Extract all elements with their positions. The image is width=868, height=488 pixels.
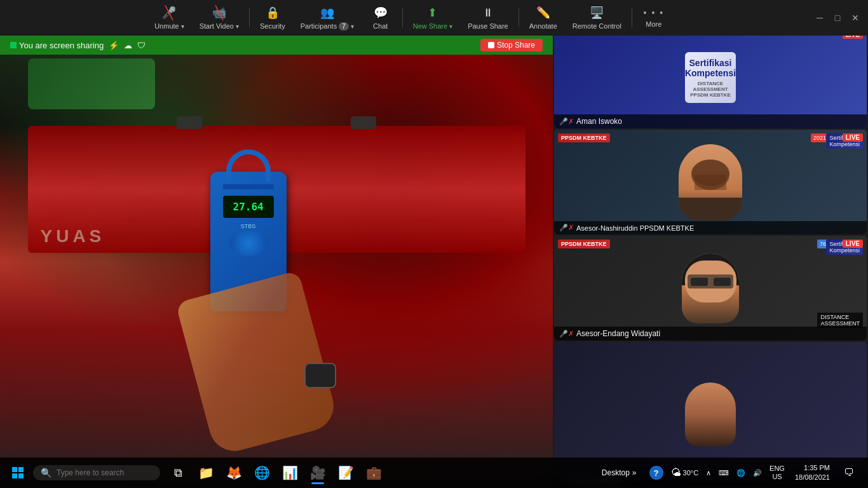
- word-icon: 📝: [338, 465, 354, 480]
- share-banner-text: You are screen sharing: [19, 41, 104, 50]
- share-cloud-icon: ☁: [124, 41, 132, 50]
- chrome-app[interactable]: 🌐: [249, 460, 275, 485]
- taskbar-search[interactable]: 🔍: [33, 465, 160, 480]
- maximize-button[interactable]: □: [831, 11, 844, 24]
- endang-glasses-left: [691, 278, 708, 286]
- start-video-button[interactable]: 📹 ╲ Start Video ▾: [192, 2, 247, 34]
- rizal-face-container: [685, 383, 736, 446]
- share-status-dot: [10, 42, 17, 48]
- aman-name: Aman Iswoko: [576, 117, 622, 126]
- main-video-area: YUAS 27.64 STBS: [0, 36, 553, 488]
- chat-button[interactable]: 💬 Chat: [362, 2, 400, 34]
- endang-glasses-right: [714, 278, 731, 286]
- chat-label: Chat: [373, 22, 388, 30]
- endang-face-container: [682, 254, 739, 323]
- security-icon: 🔒: [266, 6, 280, 20]
- nashiruddin-face: [679, 144, 742, 220]
- nashiruddin-eyes: [695, 175, 726, 190]
- ppsdm-badge-2: PPSDM KEBTKE: [558, 240, 610, 248]
- weather-widget[interactable]: 🌤 30°C: [668, 466, 702, 480]
- close-button[interactable]: ✕: [849, 11, 862, 24]
- notification-button[interactable]: 🗨: [837, 460, 860, 485]
- zoom-app[interactable]: 🎥: [305, 460, 330, 485]
- participant-tile-endang: PPSDM KEBTKE 76 SertifikasiKompetensi DI…: [554, 236, 867, 341]
- unknown-app[interactable]: 💼: [361, 460, 386, 485]
- security-button[interactable]: 🔒 Security: [252, 2, 293, 34]
- unmute-label: Unmute: [154, 22, 179, 30]
- participants-button[interactable]: 👥 Participants 7 ▾: [293, 2, 362, 34]
- share-banner: You are screen sharing ⚡ ☁ 🛡 Stop Share: [0, 36, 553, 55]
- right-panel: ▬: [553, 0, 868, 488]
- endang-video: PPSDM KEBTKE 76 SertifikasiKompetensi DI…: [554, 236, 867, 341]
- keyboard-icon-tray[interactable]: ⌨: [716, 468, 731, 478]
- svg-rect-14: [18, 467, 24, 472]
- network-button[interactable]: 🌐: [734, 468, 748, 478]
- chrome-icon: 🌐: [254, 465, 270, 480]
- endang-live-badge: LIVE: [843, 240, 863, 248]
- endang-face-inner: [685, 261, 736, 302]
- excel-app[interactable]: 📊: [277, 460, 302, 485]
- clock-widget[interactable]: 1:35 PM 18/08/2021: [790, 463, 835, 483]
- show-desktop-button[interactable]: Desktop »: [597, 468, 642, 477]
- firefox-app[interactable]: 🦊: [221, 460, 247, 485]
- pause-share-button[interactable]: ⏸ Pause Share: [460, 3, 516, 34]
- clamp-dial: [229, 231, 268, 256]
- endang-name: Asesor-Endang Widayati: [576, 329, 660, 338]
- weather-icon: 🌤: [671, 467, 681, 478]
- watch: [304, 363, 336, 388]
- clamp-connector: [223, 184, 274, 189]
- participants-panel: Sertifikasi Kompetensi DISTANCE ASSESSME…: [553, 25, 868, 488]
- separator-2: [402, 8, 403, 27]
- tray-expand-button[interactable]: ∧: [703, 468, 714, 478]
- security-label: Security: [260, 22, 285, 30]
- stop-share-icon: [488, 42, 494, 48]
- more-label: More: [646, 20, 661, 28]
- endang-face: [682, 254, 739, 323]
- unmute-chevron: ▾: [181, 23, 184, 30]
- participant-tile-nashiruddin: PPSDM KEBTKE 2021 SertifikasiKompetensi …: [554, 130, 867, 234]
- file-explorer-app[interactable]: 📁: [193, 460, 219, 485]
- volume-button[interactable]: 🔊: [750, 468, 764, 478]
- rizal-face: [685, 383, 736, 446]
- more-icon: • • •: [644, 8, 664, 18]
- main-video-content: YUAS 27.64 STBS: [0, 36, 553, 488]
- annotate-label: Annotate: [529, 22, 557, 30]
- more-button[interactable]: • • • More: [635, 4, 673, 32]
- separator-4: [632, 8, 632, 27]
- new-share-button[interactable]: ⬆ New Share ▾: [405, 2, 460, 34]
- green-machinery: [28, 58, 155, 109]
- remote-control-button[interactable]: 🖥️ Remote Control: [565, 2, 629, 34]
- battery-terminal-1: [177, 116, 202, 129]
- participants-chevron: ▾: [351, 23, 354, 30]
- new-share-chevron: ▾: [449, 23, 452, 30]
- word-app[interactable]: 📝: [333, 460, 358, 485]
- zoom-icon: 🎥: [310, 465, 326, 480]
- new-share-label: New Share: [413, 22, 447, 30]
- nashiruddin-name-bar: 🎤✗ Asesor-Nashiruddin PPSDM KEBTKE: [554, 221, 867, 234]
- pause-share-icon: ⏸: [482, 6, 494, 20]
- share-shield-icon: 🛡: [137, 41, 146, 50]
- battery-brand: YUAS: [41, 226, 105, 247]
- distance-badge: DISTANCEASSESSMENT: [817, 313, 863, 328]
- stop-share-button[interactable]: Stop Share: [480, 39, 543, 51]
- annotate-button[interactable]: ✏️ Annotate: [522, 2, 565, 34]
- nashiruddin-mic-icon: 🎤✗: [559, 224, 574, 232]
- start-video-label: Start Video: [200, 22, 234, 30]
- notification-icon: 🗨: [844, 467, 854, 478]
- stop-share-label: Stop Share: [497, 41, 535, 50]
- unmute-button[interactable]: 🎤 ╲ Unmute ▾: [147, 2, 192, 34]
- task-view-icon: ⧉: [174, 466, 182, 480]
- search-input[interactable]: [57, 468, 146, 477]
- participants-icon: 👥: [320, 6, 334, 20]
- clock-date: 18/08/2021: [795, 473, 830, 482]
- language-button[interactable]: ENG US: [767, 463, 787, 482]
- window-controls: ─ □ ✕: [813, 11, 862, 24]
- start-button[interactable]: [5, 460, 31, 485]
- nashiruddin-face-container: [679, 144, 742, 220]
- network-icon: 🌐: [736, 469, 745, 477]
- minimize-button[interactable]: ─: [813, 11, 826, 24]
- task-view-button[interactable]: ⧉: [165, 460, 191, 485]
- volume-icon: 🔊: [753, 469, 762, 477]
- help-button[interactable]: ?: [647, 464, 666, 481]
- start-video-chevron: ▾: [236, 23, 239, 30]
